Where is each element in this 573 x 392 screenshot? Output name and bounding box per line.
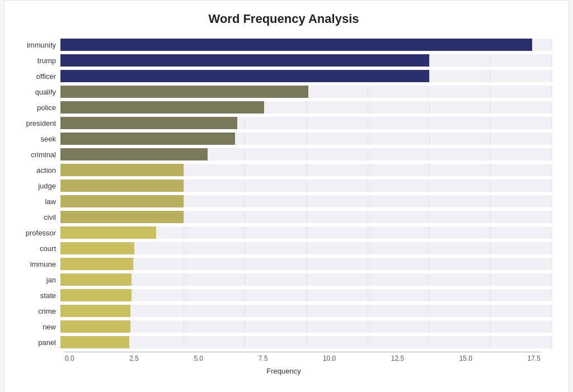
bar-label: law bbox=[16, 197, 60, 206]
bar-fill bbox=[60, 336, 129, 348]
bar-row: immune bbox=[16, 257, 552, 271]
bar-label: immune bbox=[16, 260, 60, 268]
x-tick: 2.5 bbox=[129, 355, 139, 362]
chart-container: Word Frequency Analysis immunitytrumpoff… bbox=[4, 0, 569, 392]
bar-row: trump bbox=[16, 53, 552, 68]
bar-row: officer bbox=[16, 69, 552, 83]
bar-row: state bbox=[16, 288, 552, 303]
bar-fill bbox=[60, 320, 130, 333]
bar-row: judge bbox=[16, 178, 552, 193]
bar-row: police bbox=[16, 100, 552, 115]
bar-fill bbox=[60, 226, 156, 239]
bar-label: professor bbox=[16, 229, 60, 237]
bar-label: crime bbox=[16, 307, 60, 315]
bar-row: professor bbox=[16, 225, 552, 240]
bar-fill bbox=[60, 54, 429, 67]
bar-label: new bbox=[16, 323, 60, 331]
bar-row: immunity bbox=[16, 37, 552, 52]
bar-row: jan bbox=[16, 272, 552, 287]
bar-row: qualify bbox=[16, 84, 552, 99]
bar-fill bbox=[60, 39, 532, 51]
bar-row: court bbox=[16, 241, 552, 256]
bar-label: qualify bbox=[16, 88, 60, 96]
bar-fill bbox=[60, 273, 131, 286]
bar-fill bbox=[60, 164, 184, 176]
bar-fill bbox=[60, 86, 308, 98]
x-tick: 0.0 bbox=[65, 355, 74, 362]
bar-label: judge bbox=[16, 182, 60, 190]
bar-row: law bbox=[16, 194, 552, 209]
bar-label: officer bbox=[16, 72, 60, 81]
bar-label: jan bbox=[16, 276, 60, 284]
bar-label: civil bbox=[16, 213, 60, 221]
x-tick: 7.5 bbox=[259, 355, 268, 362]
bar-fill bbox=[60, 70, 429, 82]
bar-fill bbox=[60, 289, 131, 301]
bar-fill bbox=[60, 117, 237, 129]
bar-label: criminal bbox=[16, 150, 60, 159]
x-tick: 5.0 bbox=[194, 355, 203, 362]
bar-fill bbox=[60, 101, 264, 114]
bar-label: seek bbox=[16, 135, 60, 143]
bar-row: new bbox=[16, 319, 552, 334]
bar-label: immunity bbox=[16, 41, 60, 49]
bar-label: court bbox=[16, 244, 60, 253]
bar-row: civil bbox=[16, 210, 552, 224]
bar-row: crime bbox=[16, 304, 552, 318]
x-tick: 17.5 bbox=[528, 355, 541, 362]
bar-fill bbox=[60, 211, 184, 223]
x-tick: 15.0 bbox=[459, 355, 472, 362]
bar-row: seek bbox=[16, 131, 552, 146]
bar-fill bbox=[60, 148, 208, 160]
bar-label: trump bbox=[16, 56, 60, 65]
bar-fill bbox=[60, 180, 184, 192]
bar-fill bbox=[60, 258, 133, 270]
bar-row: president bbox=[16, 116, 552, 130]
bar-label: police bbox=[16, 103, 60, 112]
bar-label: panel bbox=[16, 338, 60, 347]
bar-fill bbox=[60, 305, 130, 317]
bar-row: criminal bbox=[16, 147, 552, 162]
bar-fill bbox=[60, 195, 184, 207]
bar-label: state bbox=[16, 291, 60, 300]
bar-fill bbox=[60, 133, 235, 145]
bar-row: action bbox=[16, 163, 552, 177]
bar-label: action bbox=[16, 166, 60, 174]
x-tick: 12.5 bbox=[391, 355, 404, 362]
x-axis-label: Frequency bbox=[16, 367, 552, 375]
bar-fill bbox=[60, 242, 134, 254]
bar-label: president bbox=[16, 119, 60, 127]
x-tick: 10.0 bbox=[323, 355, 336, 362]
bar-row: panel bbox=[16, 335, 552, 350]
chart-title: Word Frequency Analysis bbox=[16, 12, 552, 26]
